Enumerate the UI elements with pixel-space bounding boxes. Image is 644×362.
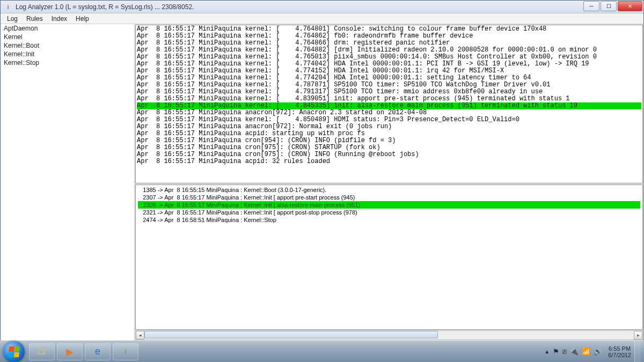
windows-logo-icon [8,346,20,357]
power-icon[interactable]: 🔌 [570,348,579,356]
sidebar-item-kernel-boot[interactable]: Kernel::Boot [1,41,134,50]
hit-line[interactable]: 2474 -> Apr 8 16:58:51 MiniPaquina : Ker… [138,216,640,224]
log-line[interactable]: Apr 8 16:55:17 MiniPaquina acpid: 32 rul… [137,158,641,165]
hits-view[interactable]: 1385 -> Apr 8 16:55:15 MiniPaquina : Ker… [135,184,643,330]
sidebar-item-aptdaemon[interactable]: AptDaemon [1,24,134,33]
close-button[interactable]: ✕ [618,1,642,11]
scroll-right-icon[interactable]: ▸ [634,331,642,339]
menu-help[interactable]: Help [71,14,93,24]
tray-overflow-icon[interactable]: ▲ [544,349,550,354]
app-window: i Log Analyzer 1.0 (L = syslog.txt, R = … [0,0,644,341]
volume-icon[interactable]: 🔊 [594,348,602,356]
sidebar-item-kernel[interactable]: Kernel [1,33,134,41]
menu-rules[interactable]: Rules [22,14,47,24]
action-center-icon[interactable]: ⚑ [553,348,559,356]
network-icon[interactable]: 📶 [582,348,590,356]
hit-line[interactable]: 2321 -> Apr 8 16:55:17 MiniPaquina : Ker… [138,209,640,216]
taskbar-internet-explorer[interactable]: e [85,343,111,360]
system-tray: ▲ ⚑ ⎚ 🔌 📶 🔊 6:55 PM 6/7/2012 [543,341,644,363]
scroll-thumb[interactable] [144,331,438,338]
log-view[interactable]: Apr 8 16:55:17 MiniPaquina kernel: [ 4.7… [135,25,643,183]
tray-clock[interactable]: 6:55 PM 6/7/2012 [608,345,631,358]
menu-log[interactable]: Log [3,14,22,24]
taskbar-media-player[interactable]: ▶ [57,343,83,360]
maximize-button[interactable]: ☐ [601,1,617,11]
minimize-button[interactable]: ─ [583,1,599,11]
show-desktop-button[interactable] [634,341,641,363]
titlebar[interactable]: i Log Analyzer 1.0 (L = syslog.txt, R = … [1,1,643,13]
sidebar-item-kernel-init[interactable]: Kernel::Init [1,50,134,58]
taskbar-explorer[interactable]: 🗂 [29,343,55,360]
taskbar: 🗂 ▶ e i ▲ ⚑ ⎚ 🔌 📶 🔊 6:55 PM 6/7/2012 [0,341,644,362]
hit-line[interactable]: 2308 -> Apr 8 16:55:17 MiniPaquina : Ker… [138,201,640,209]
app-icon: i [4,3,12,11]
rule-tree[interactable]: AptDaemon Kernel Kernel::Boot Kernel::In… [1,24,135,341]
menu-index[interactable]: Index [47,14,71,24]
sidebar-item-kernel-stop[interactable]: Kernel::Stop [1,58,134,67]
hit-line[interactable]: 1385 -> Apr 8 16:55:15 MiniPaquina : Ker… [138,186,640,194]
taskbar-log-analyzer[interactable]: i [113,343,138,360]
scroll-left-icon[interactable]: ◂ [136,331,144,339]
window-title: Log Analyzer 1.0 (L = syslog.txt, R = Sy… [16,3,583,11]
tray-time: 6:55 PM [608,345,631,352]
start-button[interactable] [3,341,25,363]
scroll-track[interactable] [144,331,634,339]
tray-date: 6/7/2012 [608,352,631,358]
menu-bar: Log Rules Index Help [1,13,643,24]
horizontal-scrollbar[interactable]: ◂ ▸ [135,330,643,340]
device-icon[interactable]: ⎚ [562,348,567,356]
hit-line[interactable]: 2307 -> Apr 8 16:55:17 MiniPaquina : Ker… [138,194,640,201]
